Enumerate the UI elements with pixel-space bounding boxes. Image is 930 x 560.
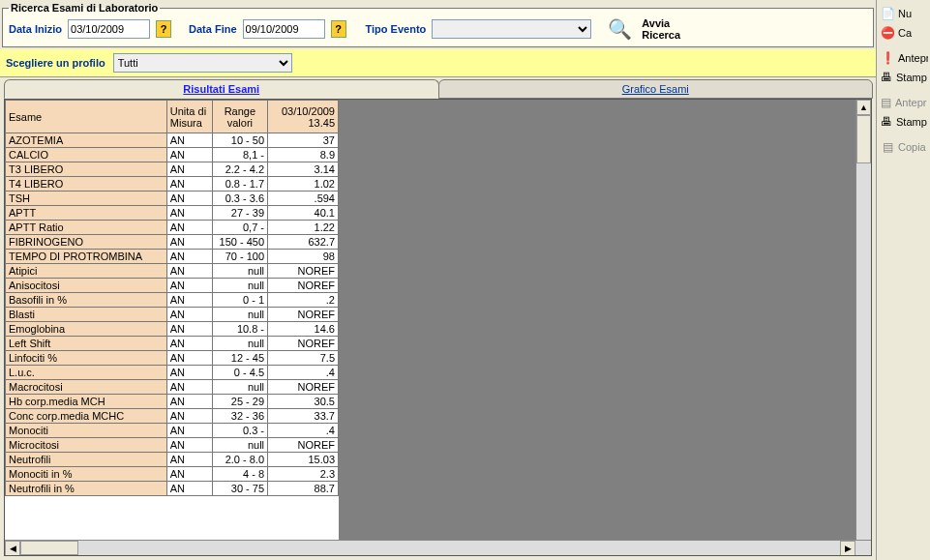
cell-range: 0 - 4.5 [212, 366, 267, 380]
sidebar-label: Ca [898, 27, 912, 39]
table-row[interactable]: MacrocitosiANnullNOREF [6, 380, 339, 395]
sidebar-icon: ⛔ [881, 26, 894, 40]
cell-unita: AN [166, 192, 212, 206]
col-esame[interactable]: Esame [6, 101, 167, 133]
cell-range: null [212, 264, 267, 279]
cell-value: 1.22 [268, 221, 339, 235]
table-row[interactable]: TSHAN0.3 - 3.6.594 [6, 192, 339, 206]
table-row[interactable]: CALCIOAN8,1 -8.9 [6, 148, 339, 162]
sidebar-item-3[interactable]: 🖶Stamp [879, 68, 928, 87]
cell-esame: Microcitosi [6, 438, 167, 453]
table-row[interactable]: Conc corp.media MCHCAN32 - 3633.7 [6, 409, 339, 424]
table-row[interactable]: FIBRINOGENOAN150 - 450632.7 [6, 235, 339, 250]
table-row[interactable]: APTTAN27 - 3940.1 [6, 206, 339, 221]
table-row[interactable]: BlastiANnullNOREF [6, 308, 339, 322]
cell-unita: AN [166, 395, 212, 409]
cell-range: 0.3 - 3.6 [212, 192, 267, 206]
input-data-inizio[interactable] [68, 19, 150, 39]
cell-range: 0.3 - [212, 424, 267, 438]
sidebar-icon: ❗ [881, 51, 894, 65]
results-table: Esame Unita di Misura Range valori 03/10… [5, 100, 339, 496]
scroll-up-icon[interactable]: ▲ [856, 100, 871, 115]
cell-range: 8,1 - [212, 148, 267, 162]
scroll-thumb[interactable] [856, 115, 871, 163]
cell-esame: FIBRINOGENO [6, 235, 167, 250]
combo-tipo-evento[interactable] [432, 19, 591, 39]
table-row[interactable]: T4 LIBEROAN0.8 - 1.71.02 [6, 177, 339, 192]
col-date[interactable]: 03/10/200913.45 [268, 101, 339, 133]
scroll-right-icon[interactable]: ▶ [840, 541, 855, 556]
tab-risultati[interactable]: Risultati Esami [4, 79, 439, 99]
cell-value: 15.03 [268, 453, 339, 467]
sidebar-item-0[interactable]: 📄Nu [879, 4, 928, 23]
cell-esame: Macrocitosi [6, 380, 167, 395]
vertical-scrollbar[interactable]: ▲ ▼ [855, 100, 871, 555]
cell-esame: T3 LIBERO [6, 162, 167, 177]
horizontal-scrollbar[interactable]: ◀ ▶ [5, 540, 871, 555]
cell-unita: AN [166, 308, 212, 322]
cell-esame: Emoglobina [6, 322, 167, 337]
sidebar-icon: ▤ [881, 140, 894, 154]
cell-value: 3.14 [268, 162, 339, 177]
table-row[interactable]: Monociti in %AN4 - 82.3 [6, 467, 339, 482]
cell-esame: L.u.c. [6, 366, 167, 380]
hscroll-thumb[interactable] [20, 541, 78, 555]
sidebar-item-5[interactable]: 🖶Stamp [879, 112, 928, 132]
magnifier-icon[interactable]: 🔍 [613, 22, 626, 36]
table-row[interactable]: TEMPO DI PROTROMBINAAN70 - 10098 [6, 250, 339, 264]
right-sidebar: 📄Nu⛔Ca❗Antepr🖶Stamp▤Antepr🖶Stamp▤Copia [877, 0, 930, 560]
cell-esame: Monociti in % [6, 467, 167, 482]
sidebar-label: Copia [898, 141, 926, 153]
combo-profilo[interactable]: Tutti [113, 53, 292, 73]
table-row[interactable]: MicrocitosiANnullNOREF [6, 438, 339, 453]
grid-scroll[interactable]: Esame Unita di Misura Range valori 03/10… [5, 100, 339, 555]
table-row[interactable]: AZOTEMIAAN10 - 5037 [6, 133, 339, 148]
cell-unita: AN [166, 337, 212, 351]
cell-value: .594 [268, 192, 339, 206]
table-row[interactable]: APTT RatioAN0,7 -1.22 [6, 221, 339, 235]
table-row[interactable]: Basofili in %AN0 - 1.2 [6, 293, 339, 308]
cell-value: .2 [268, 293, 339, 308]
cell-esame: Neutrofili in % [6, 482, 167, 496]
table-row[interactable]: T3 LIBEROAN2.2 - 4.23.14 [6, 162, 339, 177]
cell-range: 10.8 - [212, 322, 267, 337]
cell-range: 27 - 39 [212, 206, 267, 221]
cell-range: 32 - 36 [212, 409, 267, 424]
cell-unita: AN [166, 351, 212, 366]
cell-value: 2.3 [268, 467, 339, 482]
sidebar-label: Nu [898, 8, 912, 19]
cell-unita: AN [166, 221, 212, 235]
cell-esame: Anisocitosi [6, 279, 167, 293]
cell-value: 14.6 [268, 322, 339, 337]
scroll-left-icon[interactable]: ◀ [5, 541, 20, 556]
sidebar-item-2[interactable]: ❗Antepr [879, 48, 928, 68]
cell-esame: Atipici [6, 264, 167, 279]
cell-range: null [212, 438, 267, 453]
table-row[interactable]: Neutrofili in %AN30 - 7588.7 [6, 482, 339, 496]
table-row[interactable]: AtipiciANnullNOREF [6, 264, 339, 279]
cell-esame: AZOTEMIA [6, 133, 167, 148]
help-data-fine[interactable]: ? [331, 20, 346, 38]
sidebar-item-1[interactable]: ⛔Ca [879, 23, 928, 43]
cell-range: 0 - 1 [212, 293, 267, 308]
cell-esame: Monociti [6, 424, 167, 438]
table-row[interactable]: EmoglobinaAN10.8 -14.6 [6, 322, 339, 337]
tab-grafico[interactable]: Grafico Esami [438, 79, 874, 99]
table-row[interactable]: NeutrofiliAN2.0 - 8.015.03 [6, 453, 339, 467]
cell-value: NOREF [268, 380, 339, 395]
col-unita[interactable]: Unita di Misura [166, 101, 212, 133]
help-data-inizio[interactable]: ? [156, 20, 171, 38]
label-profilo: Scegliere un profilo [6, 57, 105, 69]
cell-range: null [212, 380, 267, 395]
sidebar-item-4: ▤Antepr [879, 93, 928, 112]
table-row[interactable]: MonocitiAN0.3 -.4 [6, 424, 339, 438]
table-row[interactable]: AnisocitosiANnullNOREF [6, 279, 339, 293]
cell-unita: AN [166, 206, 212, 221]
table-row[interactable]: Linfociti %AN12 - 457.5 [6, 351, 339, 366]
input-data-fine[interactable] [243, 19, 325, 39]
avvia-ricerca-label[interactable]: AvviaRicerca [642, 17, 680, 41]
table-row[interactable]: L.u.c.AN0 - 4.5.4 [6, 366, 339, 380]
table-row[interactable]: Hb corp.media MCHAN25 - 2930.5 [6, 395, 339, 409]
col-range[interactable]: Range valori [212, 101, 267, 133]
table-row[interactable]: Left ShiftANnullNOREF [6, 337, 339, 351]
